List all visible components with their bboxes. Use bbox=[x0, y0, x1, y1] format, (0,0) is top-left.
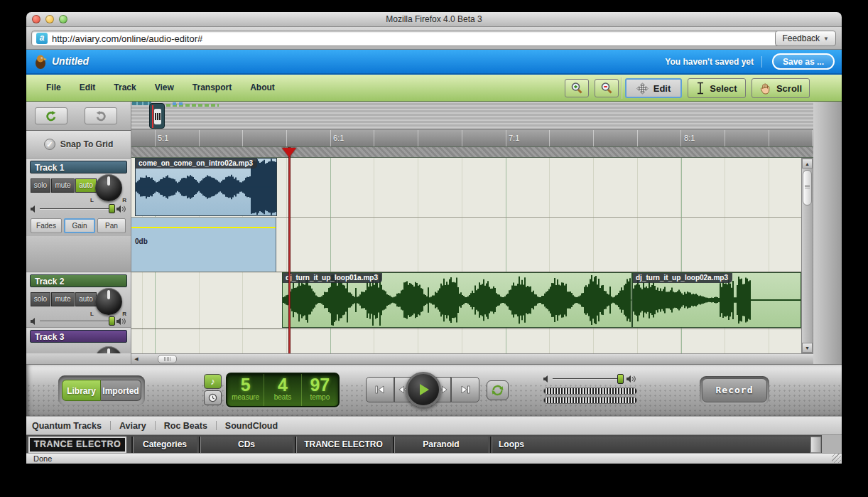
playhead-line[interactable] bbox=[288, 147, 291, 353]
play-button[interactable] bbox=[406, 372, 441, 407]
track2-volume-slider[interactable] bbox=[31, 316, 127, 326]
loop-button[interactable] bbox=[487, 380, 509, 400]
titlebar[interactable]: Mozilla Firefox 4.0 Beta 3 bbox=[26, 12, 842, 27]
link-aviary[interactable]: Aviary bbox=[119, 421, 146, 431]
feedback-label: Feedback bbox=[782, 33, 820, 43]
track2-auto-button[interactable]: auto bbox=[75, 292, 97, 306]
scroll-up-arrow[interactable]: ▲ bbox=[802, 159, 813, 169]
column-paranoid[interactable]: Paranoid bbox=[393, 437, 488, 453]
lcd-display: 5 measure 4 beats 97 tempo bbox=[226, 373, 340, 407]
link-roc-beats[interactable]: Roc Beats bbox=[164, 421, 207, 431]
link-soundcloud[interactable]: SoundCloud bbox=[225, 421, 278, 431]
browser-scrollbar[interactable] bbox=[810, 437, 821, 453]
menu-about[interactable]: About bbox=[250, 82, 275, 92]
master-volume-slider[interactable] bbox=[543, 374, 637, 384]
document-title[interactable]: Untitled bbox=[52, 55, 89, 67]
horizontal-scroll-thumb[interactable] bbox=[158, 355, 177, 363]
master-volume-handle[interactable] bbox=[617, 374, 624, 384]
tempo-value: 97 bbox=[302, 374, 338, 395]
track1-pan-knob[interactable] bbox=[95, 174, 122, 201]
column-cds[interactable]: CDs bbox=[199, 437, 293, 453]
playback-controls bbox=[366, 377, 479, 402]
musical-time-mode-button[interactable]: ♪ bbox=[204, 374, 222, 389]
feedback-button[interactable]: Feedback▼ bbox=[775, 31, 836, 46]
pan-tab[interactable]: Pan bbox=[97, 218, 126, 233]
url-bar[interactable]: a http://aviary.com/online/audio-editor# bbox=[31, 31, 813, 46]
select-tool-button[interactable]: Select bbox=[688, 78, 746, 98]
menu-track[interactable]: Track bbox=[114, 82, 136, 92]
gain-envelope-lane[interactable]: 0db bbox=[131, 218, 276, 272]
loop-icon bbox=[491, 385, 504, 396]
ibeam-icon bbox=[696, 82, 705, 95]
menu-view[interactable]: View bbox=[155, 82, 174, 92]
edit-tool-button[interactable]: Edit bbox=[625, 78, 682, 98]
audio-clip-track2-b[interactable]: dj_turn_it_up_loop02a.mp3 bbox=[632, 272, 801, 328]
gain-tab[interactable]: Gain bbox=[64, 218, 95, 233]
menu-edit[interactable]: Edit bbox=[80, 82, 96, 92]
select-tool-label: Select bbox=[710, 83, 737, 94]
track1-name[interactable]: Track 1 bbox=[30, 161, 127, 173]
track3-name[interactable]: Track 3 bbox=[30, 330, 127, 343]
vertical-scrollbar[interactable]: ▲ ▼ bbox=[801, 158, 813, 353]
marker-strip[interactable] bbox=[131, 147, 813, 158]
menu-transport[interactable]: Transport bbox=[192, 82, 232, 92]
fades-tab[interactable]: Fades bbox=[31, 218, 62, 233]
volume-handle[interactable] bbox=[109, 204, 115, 213]
library-tab[interactable]: Library bbox=[62, 380, 101, 401]
audio-clip-track1[interactable]: come_on_come_on_intro02a.mp3 bbox=[135, 158, 277, 216]
audio-clip-track2-a[interactable]: dj_turn_it_up_loop01a.mp3 bbox=[282, 272, 632, 328]
vertical-scroll-thumb[interactable] bbox=[803, 170, 812, 205]
track1-auto-button[interactable]: auto bbox=[75, 178, 97, 193]
speaker-quiet-icon bbox=[543, 375, 550, 383]
transport-bar: Library Imported ♪ 5 measure 4 beats 97 … bbox=[26, 364, 842, 416]
track1-volume-slider[interactable] bbox=[31, 204, 127, 214]
column-trance-electro[interactable]: TRANCE ELECTRO bbox=[295, 437, 391, 453]
track2-mute-button[interactable]: mute bbox=[51, 292, 75, 306]
menu-file[interactable]: File bbox=[46, 82, 61, 92]
track1-mute-button[interactable]: mute bbox=[51, 178, 75, 193]
redo-button[interactable] bbox=[85, 107, 117, 124]
lcd-beats: 4 beats bbox=[264, 374, 300, 406]
resize-grip-icon[interactable] bbox=[832, 454, 841, 463]
track2-name[interactable]: Track 2 bbox=[30, 274, 127, 287]
redo-icon bbox=[94, 109, 107, 122]
record-button[interactable]: Record bbox=[702, 378, 767, 402]
track2-solo-button[interactable]: solo bbox=[31, 292, 50, 306]
scroll-down-arrow[interactable]: ▼ bbox=[802, 343, 813, 353]
snap-to-grid-toggle[interactable]: ✓ Snap To Grid bbox=[26, 130, 131, 158]
scroll-left-arrow[interactable]: ◀ bbox=[131, 355, 141, 364]
url-text[interactable]: http://aviary.com/online/audio-editor# bbox=[52, 33, 779, 44]
edit-tool-label: Edit bbox=[653, 83, 671, 94]
timeline-overview[interactable] bbox=[131, 102, 813, 130]
zoom-out-button[interactable] bbox=[595, 79, 619, 97]
overview-view-window[interactable] bbox=[149, 103, 165, 129]
overview-clip-track1 bbox=[132, 102, 151, 105]
save-as-button[interactable]: Save as ... bbox=[772, 53, 835, 70]
undo-button[interactable] bbox=[35, 107, 67, 124]
browser-right-margin bbox=[822, 435, 842, 453]
track2-pan-knob[interactable] bbox=[95, 288, 122, 315]
column-categories[interactable]: Categories bbox=[131, 437, 197, 453]
volume-handle[interactable] bbox=[109, 316, 115, 326]
gain-line[interactable] bbox=[131, 227, 276, 228]
playhead-marker[interactable] bbox=[282, 148, 296, 164]
link-quantum-tracks[interactable]: Quantum Tracks bbox=[32, 421, 102, 431]
hand-icon bbox=[759, 82, 771, 95]
history-tools bbox=[26, 102, 131, 130]
zoom-in-button[interactable] bbox=[565, 79, 589, 97]
track3-pan-knob[interactable] bbox=[95, 346, 122, 353]
imported-tab[interactable]: Imported bbox=[101, 380, 141, 401]
measure-ruler[interactable]: 5:1 6:1 7:1 8:1 bbox=[131, 130, 813, 147]
go-to-end-button[interactable] bbox=[451, 377, 479, 402]
toolbar-separator bbox=[622, 78, 622, 99]
clock-time-mode-button[interactable] bbox=[204, 390, 222, 405]
menu-toolbar: File Edit Track View Transport About Edi… bbox=[26, 75, 842, 102]
album-thumbnail[interactable]: TRANCE ELECTRO bbox=[28, 437, 126, 453]
editor-workspace: ✓ Snap To Grid Track 1 solo mute auto L … bbox=[26, 102, 842, 364]
go-to-start-button[interactable] bbox=[366, 377, 394, 402]
column-loops[interactable]: Loops bbox=[490, 437, 810, 453]
track1-solo-button[interactable]: solo bbox=[31, 178, 50, 193]
horizontal-scrollbar[interactable]: ◀ bbox=[131, 353, 813, 364]
track-lanes[interactable]: come_on_come_on_intro02a.mp3 0db dj_turn… bbox=[131, 158, 801, 353]
scroll-tool-button[interactable]: Scroll bbox=[752, 78, 810, 98]
